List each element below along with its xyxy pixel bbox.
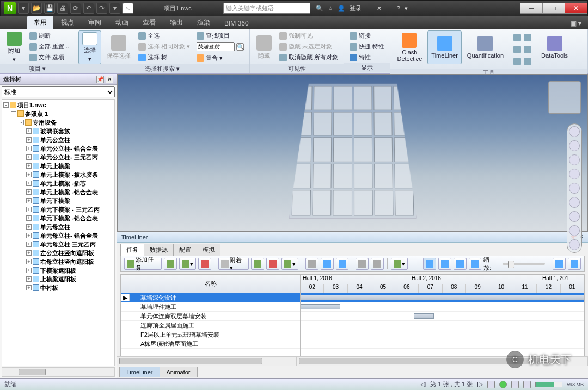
tab-viewpoint[interactable]: 视点: [54, 16, 81, 29]
task-row[interactable]: A栋屋顶玻璃屋面施工: [121, 339, 300, 349]
refresh-button[interactable]: 刷新: [27, 30, 71, 41]
tree-mode-select[interactable]: 标准: [2, 86, 115, 97]
building-model[interactable]: [290, 82, 415, 218]
nav-wheel-icon[interactable]: [569, 126, 580, 137]
tl-tab-datasource[interactable]: 数据源: [144, 244, 174, 256]
nav-more-icon[interactable]: [569, 239, 580, 250]
save-icon[interactable]: 💾: [44, 3, 55, 14]
tb-export-1[interactable]: [553, 258, 566, 270]
status-icon-3[interactable]: [511, 381, 519, 388]
tab-expand[interactable]: ▣ ▾: [564, 17, 588, 29]
task-row[interactable]: 幕墙埋件施工: [121, 302, 300, 312]
select-tree-button[interactable]: 选择 树: [136, 52, 192, 63]
select-icon[interactable]: ▾: [109, 3, 120, 14]
tab-common[interactable]: 常用: [27, 16, 53, 29]
tl-tab-simulate[interactable]: 模拟: [197, 244, 220, 256]
redo-icon[interactable]: ↷: [96, 3, 107, 14]
unhide-all-button[interactable]: 取消隐藏 所有对象: [277, 52, 340, 63]
nav-walk-icon[interactable]: [569, 197, 580, 208]
tab-review[interactable]: 审阅: [82, 16, 108, 29]
status-icon-1[interactable]: [487, 381, 495, 388]
tab-render[interactable]: 渲染: [191, 16, 217, 29]
tree-h-scrollbar[interactable]: [2, 367, 115, 377]
login-link[interactable]: 登录: [350, 4, 362, 13]
nav-fly-icon[interactable]: [569, 211, 580, 222]
viewcube[interactable]: [548, 81, 581, 114]
sets-button[interactable]: 集合 ▾: [194, 53, 246, 63]
tl-tab-config[interactable]: 配置: [173, 244, 197, 256]
cursor-icon[interactable]: ↖: [122, 3, 133, 14]
panel-title-project[interactable]: 项目 ▾: [0, 64, 75, 73]
print-icon[interactable]: 🖨: [57, 3, 68, 14]
datatools-button[interactable]: DataTools: [538, 30, 571, 64]
tb-btn-8[interactable]: [321, 258, 334, 270]
status-icon-4[interactable]: [523, 381, 531, 388]
refresh-icon[interactable]: ⟳: [70, 3, 81, 14]
tb-btn-1[interactable]: [164, 258, 177, 270]
gantt-chart[interactable]: Half 1, 2016 Half 2, 2016 Half 1, 201 02…: [301, 275, 584, 356]
task-row[interactable]: 连廊顶金属屋面施工: [121, 321, 300, 330]
3d-viewport[interactable]: [117, 74, 588, 231]
minimize-button[interactable]: ─: [520, 3, 543, 14]
reset-all-button[interactable]: 全部 重置...: [27, 41, 71, 52]
status-icon-2[interactable]: [499, 381, 507, 388]
quantification-button[interactable]: Quantification: [464, 30, 507, 64]
file-options-button[interactable]: 文件 选项: [27, 52, 71, 63]
tb-btn-4[interactable]: [251, 258, 264, 270]
tb-view-2[interactable]: [438, 258, 451, 270]
tb-btn-5[interactable]: [266, 258, 279, 270]
close-panel-icon[interactable]: ✕: [106, 76, 113, 83]
tb-btn-3[interactable]: [198, 258, 211, 270]
nav-camera-icon[interactable]: [569, 225, 580, 236]
panel-title-select[interactable]: 选择和搜索 ▾: [75, 64, 249, 73]
app-logo[interactable]: N: [4, 2, 16, 14]
find-project-button[interactable]: 查找项目: [194, 30, 246, 41]
tool-icon-3[interactable]: [511, 57, 534, 66]
navigation-bar[interactable]: [567, 123, 582, 253]
append-button[interactable]: 附加▾: [3, 30, 25, 64]
tb-view-4[interactable]: [469, 258, 482, 270]
pager-prev-icon[interactable]: ◁|: [420, 381, 426, 388]
nav-pan-icon[interactable]: [569, 140, 580, 151]
tb-btn-2[interactable]: ▾: [179, 258, 197, 270]
tab-animation[interactable]: 动画: [109, 16, 135, 29]
pager-next-icon[interactable]: |▷: [477, 381, 483, 388]
binoculars-icon[interactable]: 🔍: [316, 5, 323, 12]
tb-btn-12[interactable]: ▾: [391, 258, 408, 270]
exchange-icon[interactable]: ✕: [377, 5, 382, 12]
select-button[interactable]: 选择▾: [78, 30, 101, 64]
save-selection-button[interactable]: 保存选择: [103, 30, 134, 64]
star-icon[interactable]: ☆: [328, 5, 333, 12]
help-dropdown-icon[interactable]: ▾: [405, 5, 408, 12]
timeliner-button[interactable]: TimeLiner: [427, 30, 462, 64]
tb-btn-10[interactable]: [356, 258, 369, 270]
close-button[interactable]: ✕: [565, 3, 587, 14]
add-task-button[interactable]: 添加任务: [124, 258, 162, 270]
tb-btn-6[interactable]: ▾: [281, 258, 299, 270]
tab-output[interactable]: 输出: [163, 16, 189, 29]
tb-btn-9[interactable]: [336, 258, 349, 270]
bottom-tab-timeliner[interactable]: TimeLiner: [119, 367, 160, 377]
tool-icon-2[interactable]: [511, 45, 534, 54]
tb-btn-7[interactable]: [305, 258, 318, 270]
tb-view-3[interactable]: [454, 258, 467, 270]
links-button[interactable]: 链接: [347, 30, 387, 41]
quick-props-button[interactable]: 快捷 特性: [347, 41, 387, 52]
selection-tree[interactable]: -项目1.nwc-参照点 1-专用设备+玻璃嵌套族+单元公立柱+单元公立柱- 铝…: [2, 99, 115, 366]
zoom-slider[interactable]: [503, 263, 546, 265]
help-icon[interactable]: ?: [397, 5, 400, 11]
maximize-button[interactable]: □: [542, 3, 565, 14]
search-input[interactable]: 键入关键字或短语: [223, 3, 310, 14]
select-same-button[interactable]: 选择 相同对象 ▾: [136, 41, 192, 52]
nav-zoom-icon[interactable]: [569, 154, 580, 165]
task-row[interactable]: ▶幕墙深化设计: [121, 293, 300, 302]
tl-tab-tasks[interactable]: 任务: [120, 244, 144, 256]
task-row[interactable]: 单元体连廊双层幕墙安装: [121, 312, 300, 321]
new-icon[interactable]: ▾: [18, 3, 29, 14]
nav-look-icon[interactable]: [569, 183, 580, 194]
tool-icon-1[interactable]: [511, 33, 534, 42]
bottom-tab-animator[interactable]: Animator: [160, 367, 198, 377]
clash-detective-button[interactable]: Clash Detective: [394, 30, 425, 64]
nav-orbit-icon[interactable]: [569, 169, 580, 179]
task-row[interactable]: F2层以上单元式玻璃幕墙安装: [121, 330, 300, 339]
